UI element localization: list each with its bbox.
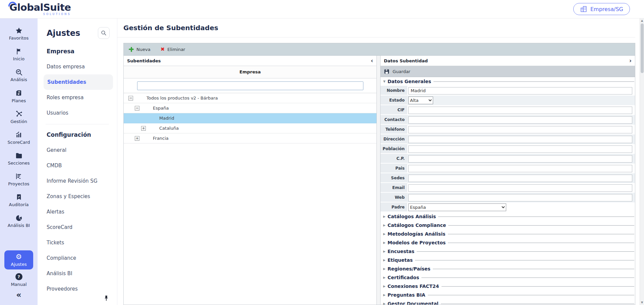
section-metodologias-analisis[interactable]: ▶Metodologías Análisis [380, 230, 635, 238]
sidebar-item-scorecard[interactable]: ScoreCard [46, 220, 109, 235]
section-encuestas[interactable]: ▶Encuestas [380, 247, 635, 256]
expand-node-icon[interactable]: + [141, 126, 146, 131]
nav-section-empresa: EmpresaDatos empresaSubentidadesRoles em… [38, 41, 117, 121]
search-icon [101, 30, 107, 36]
entity-selector-button[interactable]: Empresa/SG [573, 3, 630, 15]
section-conexiones-fact24[interactable]: ▶Conexiones FACT24 [380, 282, 635, 291]
rail-item-proyectos[interactable]: Proyectos [0, 169, 38, 190]
sidebar-item-subentidades[interactable]: Subentidades [44, 74, 113, 90]
poblacion-input[interactable] [408, 145, 632, 153]
field-label-direccion: Dirección [380, 134, 407, 144]
tree-node-label: Madrid [159, 116, 174, 121]
sidebar-item-cmdb[interactable]: CMDB [46, 158, 109, 173]
cif-input[interactable] [408, 107, 632, 114]
section-gestor-documental[interactable]: ▶Gestor Documental [380, 299, 635, 305]
nav-section-title: Empresa [38, 44, 117, 59]
section-title: Etiquetas [388, 257, 413, 263]
tree-node-label: Francia [153, 136, 169, 141]
section-catalogos-analisis[interactable]: ▶Catálogos Análisis [380, 212, 635, 221]
scroll-down-icon[interactable]: ▼ [641, 300, 643, 305]
telefono-input[interactable] [408, 126, 632, 133]
rail-item-favoritos[interactable]: Favoritos [0, 23, 38, 44]
section-etiquetas[interactable]: ▶Etiquetas [380, 256, 635, 264]
section-title: Regiones/Países [388, 266, 430, 271]
expand-node-icon[interactable]: + [135, 136, 139, 141]
tree-row-todos-los-productos-v2-barbara[interactable]: −Todos los productos v2 - Bárbara [124, 93, 376, 103]
sidebar-item-alertas[interactable]: Alertas [46, 204, 109, 220]
sidebar-item-informe-revision-sg[interactable]: Informe Revisión SG [46, 173, 109, 189]
rail-item-secciones[interactable]: Secciones [0, 148, 38, 169]
plus-icon [129, 47, 134, 52]
vertical-scrollbar[interactable]: ▲ ▼ [640, 18, 644, 305]
rail-item-auditoria[interactable]: Auditoría [0, 190, 38, 210]
settings-sidebar: Ajustes EmpresaDatos empresaSubentidades… [38, 18, 117, 305]
tree-row-espana[interactable]: −España [124, 103, 376, 113]
c-p-input[interactable] [408, 155, 632, 163]
rail-item-manual[interactable]: ?Manual [0, 269, 38, 290]
web-input[interactable] [408, 194, 632, 201]
field-label-sedes: Sedes [380, 173, 407, 183]
triangle-right-icon: ▶ [383, 258, 388, 262]
direccion-input[interactable] [408, 136, 632, 143]
expand-right-pane-icon[interactable]: › [629, 58, 632, 64]
sidebar-item-analisis-bi[interactable]: Análisis BI [46, 266, 109, 281]
field-label-c-p: C.P. [380, 154, 407, 164]
estado-select[interactable]: Alta [408, 97, 433, 104]
nombre-input[interactable] [408, 87, 632, 95]
rail-item-gestion[interactable]: Gestión [0, 107, 38, 127]
sidebar-search-button[interactable] [98, 27, 110, 39]
section-preguntas-bia[interactable]: ▶Preguntas BIA [380, 291, 635, 299]
rail-item-inicio[interactable]: Inicio [0, 44, 38, 65]
field-row-sedes: Sedes [380, 173, 635, 183]
tree-filter-input[interactable] [137, 81, 363, 90]
section-datos-generales[interactable]: ▼ Datos Generales [380, 77, 635, 86]
sedes-input[interactable] [408, 175, 632, 182]
rail-item-ajustes[interactable]: ⚙Ajustes [4, 250, 33, 269]
contacto-input[interactable] [408, 116, 632, 124]
tree-row-cataluna[interactable]: +Cataluña [124, 123, 376, 133]
section-modelos-de-proyectos[interactable]: ▶Modelos de Proyectos [380, 238, 635, 247]
field-value-cell: España [407, 202, 635, 212]
sidebar-item-datos-empresa[interactable]: Datos empresa [38, 59, 117, 74]
section-regiones-paises[interactable]: ▶Regiones/Países [380, 264, 635, 273]
scroll-up-icon[interactable]: ▲ [641, 18, 643, 23]
field-row-direccion: Dirección [380, 134, 635, 144]
sidebar-item-compliance[interactable]: Compliance [46, 250, 109, 266]
sidebar-item-proveedores[interactable]: Proveedores [46, 281, 109, 297]
collapse-left-pane-icon[interactable]: ‹ [371, 58, 373, 64]
analysis-magnifier-icon [15, 68, 23, 76]
delete-button[interactable]: ✖ Eliminar [161, 47, 185, 52]
rail-item-planes[interactable]: Planes [0, 85, 38, 106]
collapse-node-icon[interactable]: − [135, 106, 139, 111]
pin-sidebar-button[interactable] [103, 295, 110, 302]
building-icon [580, 5, 587, 13]
field-value-cell [407, 86, 635, 96]
rail-item-label: ScoreCard [8, 140, 30, 145]
pais-input[interactable] [408, 165, 632, 172]
section-title: Gestor Documental [388, 301, 438, 305]
sidebar-item-general[interactable]: General [46, 142, 109, 158]
sidebar-item-zonas-y-especies[interactable]: Zonas y Especies [46, 189, 109, 204]
save-button[interactable]: Guardar [384, 69, 410, 74]
tree-row-madrid[interactable]: Madrid [124, 113, 376, 123]
sidebar-item-roles-empresa[interactable]: Roles empresa [38, 90, 117, 105]
section-catalogos-compliance[interactable]: ▶Catálogos Compliance [380, 221, 635, 230]
pane-splitter[interactable] [377, 56, 380, 305]
tree-row-francia[interactable]: +Francia [124, 133, 376, 143]
scrollbar-thumb[interactable] [641, 23, 644, 73]
rail-item-label: Ajustes [11, 262, 26, 267]
entity-selector-label: Empresa/SG [590, 6, 623, 12]
rail-item-scorecard[interactable]: ScoreCard [0, 127, 38, 148]
section-rule [448, 225, 634, 226]
padre-select[interactable]: España [408, 203, 506, 211]
email-input[interactable] [408, 184, 632, 192]
new-button[interactable]: Nueva [129, 47, 151, 52]
rail-item-analisis-bi[interactable]: Análisis BI [0, 210, 38, 231]
triangle-right-icon: ▶ [383, 293, 388, 297]
section-certificados[interactable]: ▶Certificados [380, 273, 635, 282]
collapse-rail-icon[interactable]: « [16, 290, 21, 302]
collapse-node-icon[interactable]: − [128, 96, 133, 101]
sidebar-item-tickets[interactable]: Tickets [46, 235, 109, 250]
sidebar-item-usuarios[interactable]: Usuarios [38, 105, 117, 121]
rail-item-analisis[interactable]: Análisis [0, 65, 38, 85]
